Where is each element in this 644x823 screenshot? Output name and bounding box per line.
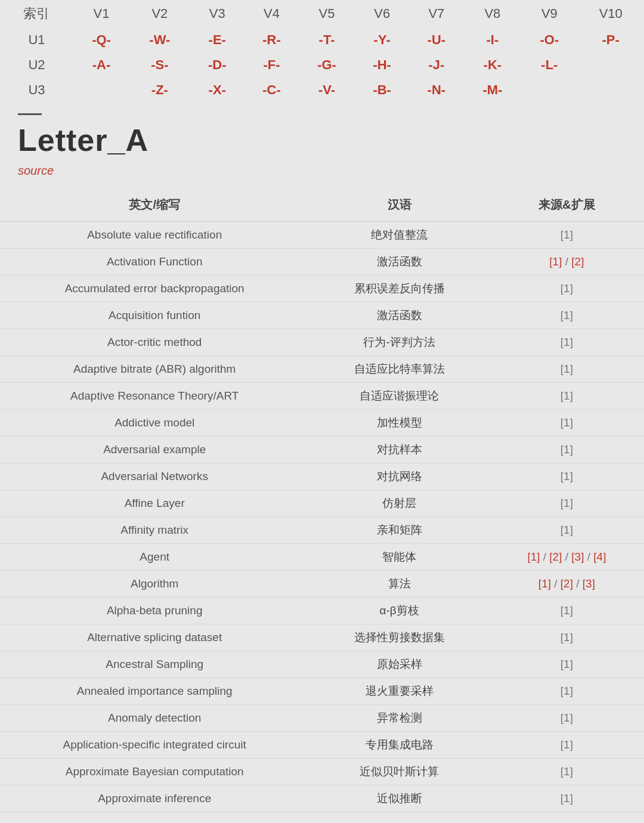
index-row-value bbox=[577, 78, 644, 103]
index-row-value: -I- bbox=[463, 27, 521, 52]
index-row-value: -R- bbox=[244, 27, 299, 52]
table-row: Annealed importance sampling退火重要采样[1] bbox=[0, 678, 644, 705]
entry-refs: [1] bbox=[490, 437, 644, 463]
entry-refs: [1] / [2] / [3] bbox=[490, 571, 644, 598]
entry-english: Actor-critic method bbox=[0, 329, 309, 356]
entry-chinese: 近似推断 bbox=[309, 785, 489, 812]
entry-chinese: 绝对值整流 bbox=[309, 222, 489, 249]
index-row-value: -O- bbox=[521, 27, 577, 52]
index-row-value bbox=[73, 78, 129, 103]
entry-refs: [1] bbox=[490, 651, 644, 678]
index-header: V9 bbox=[521, 0, 577, 27]
entry-english: Affine Layer bbox=[0, 490, 309, 517]
entry-english: Algorithm bbox=[0, 571, 309, 598]
index-row-label: U2 bbox=[0, 52, 73, 78]
entry-english: Alternative splicing dataset bbox=[0, 624, 309, 651]
table-row: Approximate Bayesian computation近似贝叶斯计算[… bbox=[0, 759, 644, 785]
index-row-value: -G- bbox=[299, 52, 355, 78]
entry-refs: [1] bbox=[490, 490, 644, 517]
entry-english: Alpha-beta pruning bbox=[0, 598, 309, 624]
entry-refs: [1] / [2] bbox=[490, 249, 644, 276]
table-row: Alternative splicing dataset选择性剪接数据集[1] bbox=[0, 624, 644, 651]
entry-chinese: 专用集成电路 bbox=[309, 732, 489, 759]
index-header: V4 bbox=[244, 0, 299, 27]
index-row-value: -P- bbox=[577, 27, 644, 52]
table-row: Affine Layer仿射层[1] bbox=[0, 490, 644, 517]
entry-english: Adaptive bitrate (ABR) algorithm bbox=[0, 356, 309, 383]
entry-chinese: α-β剪枝 bbox=[309, 598, 489, 624]
entry-refs: [1] bbox=[490, 276, 644, 302]
entry-refs: [1] bbox=[490, 302, 644, 329]
entry-english: Agent bbox=[0, 544, 309, 571]
index-row-value: -J- bbox=[409, 52, 463, 78]
entry-chinese: 亲和矩阵 bbox=[309, 517, 489, 544]
entry-refs: [1] bbox=[490, 356, 644, 383]
section-divider bbox=[18, 113, 42, 115]
entry-refs: [1] bbox=[490, 463, 644, 490]
entry-english: Adaptive Resonance Theory/ART bbox=[0, 383, 309, 410]
col-header-ref: 来源&扩展 bbox=[490, 192, 644, 222]
index-row-value: -H- bbox=[355, 52, 409, 78]
col-header-en: 英文/缩写 bbox=[0, 192, 309, 222]
entry-english: Affinity matrix bbox=[0, 517, 309, 544]
entry-chinese: 选择性剪接数据集 bbox=[309, 624, 489, 651]
index-row-value: -M- bbox=[463, 78, 521, 103]
index-row-value bbox=[577, 52, 644, 78]
entry-english: Adversarial example bbox=[0, 437, 309, 463]
entry-chinese: 自适应比特率算法 bbox=[309, 356, 489, 383]
index-row-label: U3 bbox=[0, 78, 73, 103]
entry-chinese: 激活函数 bbox=[309, 249, 489, 276]
table-row: Ancestral Sampling原始采样[1] bbox=[0, 651, 644, 678]
index-row-value: -T- bbox=[299, 27, 355, 52]
table-row: Application-specific integrated circuit专… bbox=[0, 732, 644, 759]
entry-chinese: 异常检测 bbox=[309, 705, 489, 732]
entry-refs: [1] / [2] / [3] / [4] bbox=[490, 544, 644, 571]
entry-english: Anomaly detection bbox=[0, 705, 309, 732]
source-link[interactable]: source bbox=[0, 162, 644, 192]
index-header: 索引 bbox=[0, 0, 73, 27]
entry-refs: [1] bbox=[490, 624, 644, 651]
table-row: Alpha-beta pruningα-β剪枝[1] bbox=[0, 598, 644, 624]
index-row-value: -W- bbox=[129, 27, 190, 52]
entry-refs: [1] bbox=[490, 705, 644, 732]
entry-english: Activation Function bbox=[0, 249, 309, 276]
entry-english: Adversarial Networks bbox=[0, 463, 309, 490]
entry-refs: [1] bbox=[490, 678, 644, 705]
entry-refs: [1] bbox=[490, 383, 644, 410]
entry-chinese: 智能体 bbox=[309, 544, 489, 571]
table-row: Adaptive bitrate (ABR) algorithm自适应比特率算法… bbox=[0, 356, 644, 383]
entry-chinese: 行为-评判方法 bbox=[309, 329, 489, 356]
entry-chinese: 对抗网络 bbox=[309, 463, 489, 490]
index-row-value: -B- bbox=[355, 78, 409, 103]
index-header: V6 bbox=[355, 0, 409, 27]
index-row-value: -D- bbox=[190, 52, 244, 78]
index-header: V2 bbox=[129, 0, 190, 27]
entry-refs: [1] bbox=[490, 785, 644, 812]
entry-chinese: 原始采样 bbox=[309, 651, 489, 678]
entry-chinese: 对抗样本 bbox=[309, 437, 489, 463]
index-row-value: -Q- bbox=[73, 27, 129, 52]
table-row: Absolute value rectification绝对值整流[1] bbox=[0, 222, 644, 249]
table-row: Adaptive Resonance Theory/ART自适应谐振理论[1] bbox=[0, 383, 644, 410]
entry-english: Annealed importance sampling bbox=[0, 678, 309, 705]
entry-refs: [1] bbox=[490, 517, 644, 544]
table-row: Activation Function激活函数[1] / [2] bbox=[0, 249, 644, 276]
entry-english: Application-specific integrated circuit bbox=[0, 732, 309, 759]
table-row: Affinity matrix亲和矩阵[1] bbox=[0, 517, 644, 544]
index-row-label: U1 bbox=[0, 27, 73, 52]
table-row: Algorithm算法[1] / [2] / [3] bbox=[0, 571, 644, 598]
page-title: Letter_A bbox=[0, 122, 644, 162]
index-row-value: -A- bbox=[73, 52, 129, 78]
index-header: V1 bbox=[73, 0, 129, 27]
entry-chinese: 算法 bbox=[309, 571, 489, 598]
entry-refs: [1] bbox=[490, 732, 644, 759]
table-row: Adversarial example对抗样本[1] bbox=[0, 437, 644, 463]
entry-refs: [1] bbox=[490, 598, 644, 624]
table-row: Approximate inference近似推断[1] bbox=[0, 785, 644, 812]
index-header: V5 bbox=[299, 0, 355, 27]
table-row: Accumulated error backpropagation累积误差反向传… bbox=[0, 276, 644, 302]
entry-english: Approximate inference bbox=[0, 785, 309, 812]
entry-english: Absolute value rectification bbox=[0, 222, 309, 249]
entry-english: Accumulated error backpropagation bbox=[0, 276, 309, 302]
main-table: 英文/缩写 汉语 来源&扩展 Absolute value rectificat… bbox=[0, 192, 644, 812]
